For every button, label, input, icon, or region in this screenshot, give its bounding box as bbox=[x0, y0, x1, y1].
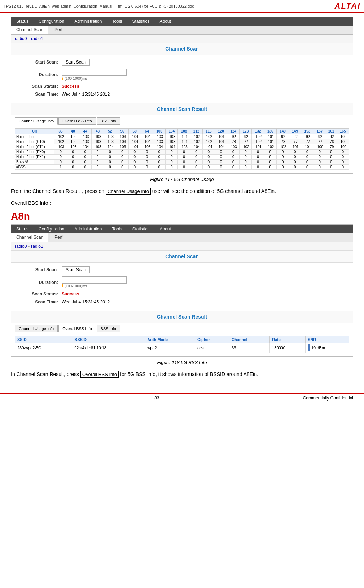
ch-col-36: 36 bbox=[54, 129, 67, 134]
form-row-duration: Duration: 100 ℹ (100-1000)ms bbox=[18, 69, 346, 81]
ch-cell-5-17: 0 bbox=[264, 160, 276, 165]
ch-cell-4-15: 0 bbox=[240, 155, 252, 160]
nav-configuration[interactable]: Configuration bbox=[34, 17, 69, 26]
breadcrumb-radio1[interactable]: radio1 bbox=[31, 36, 43, 41]
ch-cell-5-1: 0 bbox=[67, 160, 79, 165]
ch-cell-6-1: 0 bbox=[67, 165, 79, 170]
result2-tab-channel-usage[interactable]: Channel Usage Info bbox=[15, 325, 58, 332]
breadcrumb-separator: - bbox=[28, 36, 30, 41]
ch-col-40: 40 bbox=[67, 129, 79, 134]
channel-usage-info-inline-btn[interactable]: Channel Usage Info bbox=[106, 188, 151, 195]
a8n-logo: A8n bbox=[11, 211, 353, 222]
start-scan-button-2[interactable]: Start Scan bbox=[62, 266, 90, 273]
ch-cell-4-8: 0 bbox=[153, 155, 165, 160]
form-section-2: Start Scan: Start Scan Duration: 100 ℹ (… bbox=[11, 263, 353, 311]
ch-cell-2-20: -101 bbox=[301, 144, 313, 150]
ch-cell-0-0: -102 bbox=[54, 134, 67, 139]
nav-about[interactable]: About bbox=[154, 17, 176, 26]
nav2-statistics[interactable]: Statistics bbox=[127, 225, 154, 233]
ch-cell-4-0: 0 bbox=[54, 155, 67, 160]
ch-cell-6-6: 0 bbox=[128, 165, 141, 170]
result2-tab-overall-bss[interactable]: Overall BSS Info bbox=[58, 325, 96, 332]
nav2-status[interactable]: Status bbox=[11, 225, 34, 233]
ch-cell-0-21: -92 bbox=[313, 134, 326, 139]
nav-statistics[interactable]: Statistics bbox=[127, 17, 154, 26]
scan-time-label-2: Scan Time: bbox=[18, 299, 62, 304]
bss-cipher-cell: aes bbox=[195, 343, 229, 353]
result-tab-overall-bss[interactable]: Overall BSS Info bbox=[58, 117, 96, 125]
ch-cell-2-21: -100 bbox=[313, 144, 326, 150]
duration-input[interactable]: 100 bbox=[62, 69, 127, 76]
ch-cell-5-22: 0 bbox=[326, 160, 337, 165]
ch-cell-3-16: 0 bbox=[252, 150, 264, 155]
ch-cell-0-15: -92 bbox=[240, 134, 252, 139]
nav-status[interactable]: Status bbox=[11, 17, 34, 26]
nav-administration[interactable]: Administration bbox=[69, 17, 107, 26]
ch-cell-5-19: 0 bbox=[289, 160, 301, 165]
ch-cell-6-21: 0 bbox=[313, 165, 326, 170]
fig2-caption: Figure 118 5G BSS Info bbox=[11, 360, 353, 365]
breadcrumb: radio0 - radio1 bbox=[11, 35, 353, 43]
duration-hint-2: ℹ (100-1000)ms bbox=[62, 284, 127, 289]
nav-tools[interactable]: Tools bbox=[107, 17, 127, 26]
breadcrumb2-radio0[interactable]: radio0 bbox=[15, 244, 27, 249]
start-scan-label-2: Start Scan: bbox=[18, 267, 62, 272]
nav2-tools[interactable]: Tools bbox=[107, 225, 127, 233]
duration-label: Duration: bbox=[18, 72, 62, 77]
bss-bssid-cell: 92:a4:de:81:10:18 bbox=[72, 343, 145, 353]
ch-cell-4-5: 0 bbox=[116, 155, 128, 160]
ch-row-label-2: Noise Floor (CT1) bbox=[15, 144, 54, 150]
ch-cell-4-13: 0 bbox=[215, 155, 227, 160]
panel2: Status Configuration Administration Tool… bbox=[11, 224, 353, 357]
ch-cell-0-20: -92 bbox=[301, 134, 313, 139]
ch-cell-2-11: -104 bbox=[190, 144, 202, 150]
duration-label-2: Duration: bbox=[18, 280, 62, 285]
nav2-configuration[interactable]: Configuration bbox=[34, 225, 69, 233]
doc-header: TPS12-016_rev1 1_A8Ein_web-admin_Configu… bbox=[0, 0, 364, 13]
scan-status-label: Scan Status: bbox=[18, 84, 62, 89]
ch-cell-5-15: 0 bbox=[240, 160, 252, 165]
ch-cell-6-7: 0 bbox=[141, 165, 153, 170]
breadcrumb-radio0[interactable]: radio0 bbox=[15, 36, 27, 41]
subnav2-iperf[interactable]: iPerf bbox=[48, 233, 67, 242]
subnav-channelscan[interactable]: Channel Scan bbox=[11, 26, 48, 34]
nav2-about[interactable]: About bbox=[154, 225, 176, 233]
ch-cell-2-1: -103 bbox=[67, 144, 79, 150]
ch-row-label-1: Noise Floor (CT0) bbox=[15, 139, 54, 144]
bss-col-channel: Channel bbox=[229, 336, 270, 343]
nav2-administration[interactable]: Administration bbox=[69, 225, 107, 233]
ch-cell-4-2: 0 bbox=[79, 155, 91, 160]
start-scan-button[interactable]: Start Scan bbox=[62, 59, 90, 66]
duration-hint: ℹ (100-1000)ms bbox=[62, 76, 127, 81]
subnav2-channelscan[interactable]: Channel Scan bbox=[11, 233, 48, 242]
bss-ssid-cell: 230-wpa2-5G bbox=[15, 343, 72, 353]
ch-cell-2-7: -105 bbox=[141, 144, 153, 150]
overall-bss-inline-btn[interactable]: Overall BSS Info bbox=[80, 371, 119, 378]
ch-cell-4-17: 0 bbox=[264, 155, 276, 160]
footer-confidential: Commercially Confidential bbox=[303, 395, 353, 401]
ch-cell-6-16: 0 bbox=[252, 165, 264, 170]
ch-cell-2-4: -104 bbox=[104, 144, 116, 150]
ch-cell-5-0: 0 bbox=[54, 160, 67, 165]
result2-tab-bss-info[interactable]: BSS Info bbox=[97, 325, 120, 332]
ch-cell-1-13: -101 bbox=[215, 139, 227, 144]
ch-row-5: Busy %000000000000000000000000 bbox=[15, 160, 349, 165]
ch-col-112: 112 bbox=[190, 129, 202, 134]
duration-input-2[interactable]: 100 bbox=[62, 276, 127, 284]
bss-snr-cell: 19 dBm bbox=[305, 343, 349, 353]
result-tab-bss-info[interactable]: BSS Info bbox=[97, 117, 120, 125]
bss-col-auth: Auth Mode bbox=[145, 336, 195, 343]
subnav-iperf[interactable]: iPerf bbox=[48, 26, 67, 34]
ch-cell-3-14: 0 bbox=[227, 150, 240, 155]
ch-cell-1-15: -77 bbox=[240, 139, 252, 144]
panel1-result-title: Channel Scan Result bbox=[11, 103, 353, 115]
ch-cell-0-23: -102 bbox=[337, 134, 349, 139]
ch-cell-3-4: 0 bbox=[104, 150, 116, 155]
bss-col-rate: Rate bbox=[270, 336, 306, 343]
breadcrumb2-radio1[interactable]: radio1 bbox=[31, 244, 43, 249]
ch-cell-3-17: 0 bbox=[264, 150, 276, 155]
result-tab-channel-usage[interactable]: Channel Usage Info bbox=[15, 117, 58, 125]
ch-cell-3-2: 0 bbox=[79, 150, 91, 155]
ch-cell-4-23: 0 bbox=[337, 155, 349, 160]
ch-col-120: 120 bbox=[215, 129, 227, 134]
